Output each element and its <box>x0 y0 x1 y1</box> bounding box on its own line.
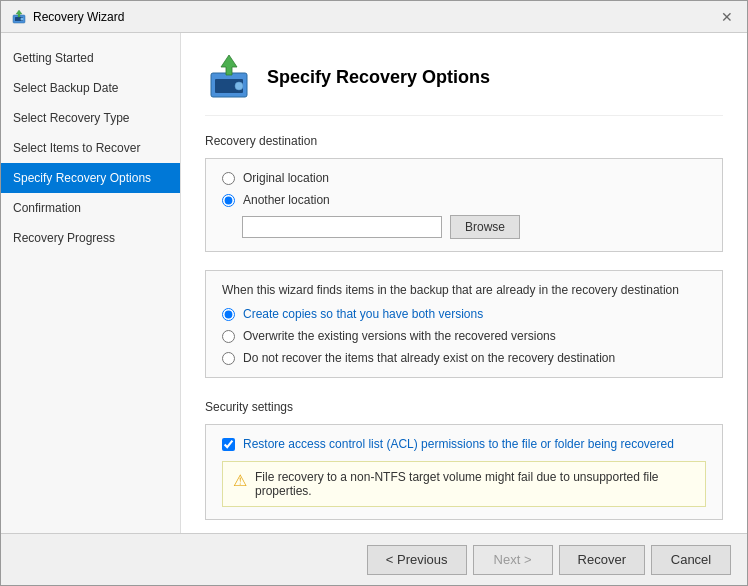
recovery-destination-box: Original location Another location Brows… <box>205 158 723 252</box>
original-location-radio[interactable] <box>222 172 235 185</box>
warning-box: ⚠ File recovery to a non-NTFS target vol… <box>222 461 706 507</box>
sidebar-item-select-items-to-recover[interactable]: Select Items to Recover <box>1 133 180 163</box>
recovery-destination-title: Recovery destination <box>205 134 723 148</box>
overwrite-radio[interactable] <box>222 330 235 343</box>
next-button[interactable]: Next > <box>473 545 553 575</box>
acl-checkbox-option[interactable]: Restore access control list (ACL) permis… <box>222 437 706 451</box>
wizard-icon <box>11 9 27 25</box>
another-location-option[interactable]: Another location <box>222 193 706 207</box>
sidebar-item-select-recovery-type[interactable]: Select Recovery Type <box>1 103 180 133</box>
svg-point-2 <box>21 17 24 20</box>
title-bar: Recovery Wizard ✕ <box>1 1 747 33</box>
footer: < Previous Next > Recover Cancel <box>1 533 747 585</box>
conflict-box: When this wizard finds items in the back… <box>205 270 723 378</box>
sidebar-item-select-backup-date[interactable]: Select Backup Date <box>1 73 180 103</box>
do-not-recover-option[interactable]: Do not recover the items that already ex… <box>222 351 706 365</box>
svg-point-5 <box>235 82 243 90</box>
create-copies-option[interactable]: Create copies so that you have both vers… <box>222 307 706 321</box>
do-not-recover-radio[interactable] <box>222 352 235 365</box>
window-title: Recovery Wizard <box>33 10 717 24</box>
location-row: Browse <box>242 215 706 239</box>
sidebar-item-confirmation[interactable]: Confirmation <box>1 193 180 223</box>
overwrite-option[interactable]: Overwrite the existing versions with the… <box>222 329 706 343</box>
content-area: Getting Started Select Backup Date Selec… <box>1 33 747 533</box>
recovery-destination-section: Recovery destination Original location A… <box>205 134 723 252</box>
acl-checkbox[interactable] <box>222 438 235 451</box>
conflict-title: When this wizard finds items in the back… <box>222 283 706 297</box>
recovery-wizard-window: Recovery Wizard ✕ Getting Started Select… <box>0 0 748 586</box>
sidebar: Getting Started Select Backup Date Selec… <box>1 33 181 533</box>
security-title: Security settings <box>205 400 723 414</box>
sidebar-item-specify-recovery-options[interactable]: Specify Recovery Options <box>1 163 180 193</box>
sidebar-item-recovery-progress[interactable]: Recovery Progress <box>1 223 180 253</box>
security-box: Restore access control list (ACL) permis… <box>205 424 723 520</box>
original-location-option[interactable]: Original location <box>222 171 706 185</box>
warning-icon: ⚠ <box>233 471 247 490</box>
conflict-section: When this wizard finds items in the back… <box>205 270 723 378</box>
header-area: Specify Recovery Options <box>205 53 723 116</box>
cancel-button[interactable]: Cancel <box>651 545 731 575</box>
previous-button[interactable]: < Previous <box>367 545 467 575</box>
recover-button[interactable]: Recover <box>559 545 645 575</box>
warning-text: File recovery to a non-NTFS target volum… <box>255 470 695 498</box>
page-title: Specify Recovery Options <box>267 67 490 88</box>
main-panel: Specify Recovery Options Recovery destin… <box>181 33 747 533</box>
browse-button[interactable]: Browse <box>450 215 520 239</box>
sidebar-item-getting-started[interactable]: Getting Started <box>1 43 180 73</box>
security-section: Security settings Restore access control… <box>205 400 723 520</box>
another-location-radio[interactable] <box>222 194 235 207</box>
close-button[interactable]: ✕ <box>717 7 737 27</box>
header-wizard-icon <box>205 53 253 101</box>
location-input[interactable] <box>242 216 442 238</box>
create-copies-radio[interactable] <box>222 308 235 321</box>
